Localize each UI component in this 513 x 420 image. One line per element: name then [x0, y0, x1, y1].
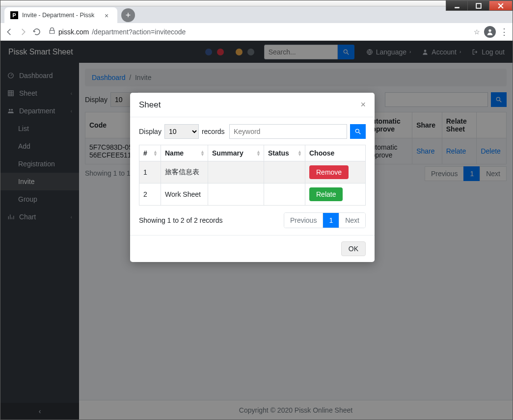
- profile-avatar-icon[interactable]: [484, 26, 496, 38]
- svg-point-11: [355, 129, 359, 132]
- cell-status: [264, 184, 305, 206]
- mcol-status[interactable]: Status▲▼: [264, 145, 305, 161]
- bookmark-star-icon[interactable]: ☆: [474, 28, 480, 36]
- svg-rect-0: [455, 7, 459, 8]
- modal-table-row: 1 旅客信息表 Remove: [139, 161, 366, 184]
- lock-icon: [49, 27, 55, 36]
- favicon: P: [10, 11, 18, 19]
- url-box[interactable]: pissk.com/department?action=invitecode: [46, 27, 470, 36]
- modal-pager-page[interactable]: 1: [323, 213, 339, 228]
- browser-address-bar: pissk.com/department?action=invitecode ☆…: [0, 23, 513, 41]
- modal-table: #▲▼ Name▲▼ Summary▲▼ Status▲▼ Choose 1 旅…: [139, 145, 366, 206]
- remove-button[interactable]: Remove: [309, 165, 349, 179]
- modal-records-label: records per page: [202, 128, 226, 135]
- relate-button[interactable]: Relate: [309, 187, 343, 201]
- modal-display-label: Display: [139, 128, 162, 135]
- sort-icon: ▲▼: [256, 150, 261, 156]
- mcol-idx[interactable]: #▲▼: [139, 145, 161, 161]
- url-host: pissk.com: [58, 28, 89, 36]
- browser-menu-icon[interactable]: ⋮: [500, 26, 509, 37]
- modal-keyword-input[interactable]: [229, 124, 347, 139]
- modal-title: Sheet: [139, 100, 161, 110]
- mcol-choose: Choose: [305, 145, 366, 161]
- mcol-name[interactable]: Name▲▼: [161, 145, 208, 161]
- modal-close-button[interactable]: ×: [360, 100, 366, 110]
- nav-forward-icon[interactable]: [18, 27, 28, 37]
- window-minimize-button[interactable]: [446, 0, 468, 11]
- sheet-modal: Sheet × Display 10 records per page: [130, 93, 375, 262]
- window-close-button[interactable]: [489, 0, 513, 11]
- mcol-summary[interactable]: Summary▲▼: [208, 145, 264, 161]
- sort-icon: ▲▼: [297, 150, 302, 156]
- tab-close-icon[interactable]: ×: [105, 12, 111, 19]
- nav-reload-icon[interactable]: [32, 27, 42, 37]
- sort-icon: ▲▼: [200, 150, 205, 156]
- modal-search-button[interactable]: [350, 124, 366, 139]
- cell-status: [264, 161, 305, 184]
- svg-point-2: [488, 29, 491, 31]
- cell-summary: [208, 184, 264, 206]
- url-path: /department?action=invitecode: [92, 28, 186, 36]
- cell-idx: 1: [139, 161, 161, 184]
- sort-icon: ▲▼: [153, 150, 158, 156]
- browser-tab[interactable]: P Invite - Department - Pissk ×: [4, 7, 117, 23]
- modal-showing-text: Showing 1 to 2 of 2 records: [139, 216, 222, 224]
- window-titlebar: [0, 0, 513, 6]
- nav-back-icon[interactable]: [4, 27, 14, 37]
- os-window: P Invite - Department - Pissk × + pissk.…: [0, 0, 513, 420]
- cell-name: 旅客信息表: [161, 161, 208, 184]
- modal-header: Sheet ×: [130, 93, 375, 117]
- new-tab-button[interactable]: +: [121, 8, 135, 22]
- cell-name: Work Sheet: [161, 184, 208, 206]
- modal-pager: Previous 1 Next: [284, 212, 366, 228]
- window-maximize-button[interactable]: [467, 0, 489, 11]
- browser-tabstrip: P Invite - Department - Pissk × +: [0, 6, 513, 23]
- modal-table-row: 2 Work Sheet Relate: [139, 184, 366, 206]
- modal-display-select[interactable]: 10: [164, 124, 199, 139]
- svg-rect-1: [476, 3, 481, 8]
- cell-idx: 2: [139, 184, 161, 206]
- modal-pager-prev[interactable]: Previous: [284, 213, 323, 228]
- cell-summary: [208, 161, 264, 184]
- modal-ok-button[interactable]: OK: [341, 241, 366, 256]
- tab-title: Invite - Department - Pissk: [22, 12, 102, 19]
- modal-pager-next[interactable]: Next: [339, 213, 365, 228]
- app-root: Pissk Smart Sheet Language› Account› Log…: [0, 41, 513, 420]
- window-buttons: [446, 0, 513, 11]
